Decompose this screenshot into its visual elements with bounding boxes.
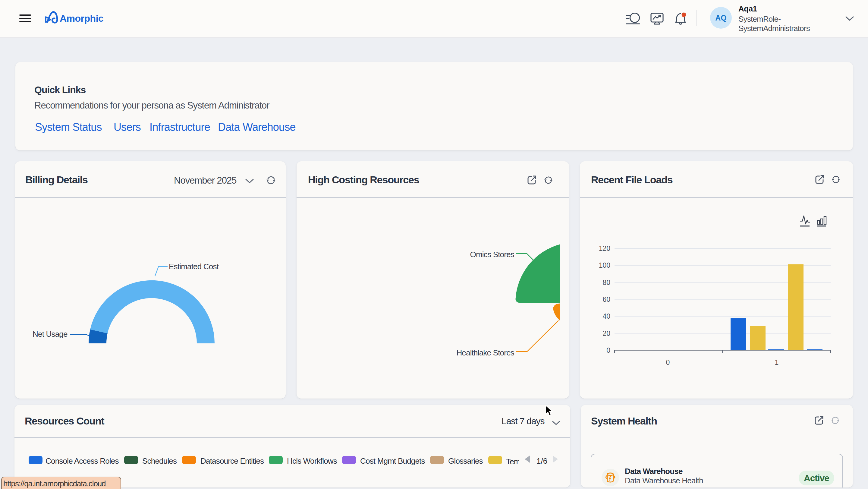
svg-text:Healthlake Stores: Healthlake Stores <box>456 348 514 357</box>
svg-text:0: 0 <box>666 359 670 366</box>
svg-text:Net Usage: Net Usage <box>33 330 67 339</box>
svg-text:60: 60 <box>602 296 610 303</box>
svg-text:40: 40 <box>602 312 610 320</box>
svg-text:20: 20 <box>602 330 610 337</box>
svg-text:120: 120 <box>599 245 610 252</box>
svg-text:Estimated Cost: Estimated Cost <box>169 262 219 271</box>
svg-text:80: 80 <box>602 279 610 286</box>
svg-text:0: 0 <box>607 346 610 354</box>
svg-text:Omics Stores: Omics Stores <box>470 250 515 259</box>
svg-text:100: 100 <box>599 262 610 269</box>
svg-text:1: 1 <box>775 359 779 366</box>
